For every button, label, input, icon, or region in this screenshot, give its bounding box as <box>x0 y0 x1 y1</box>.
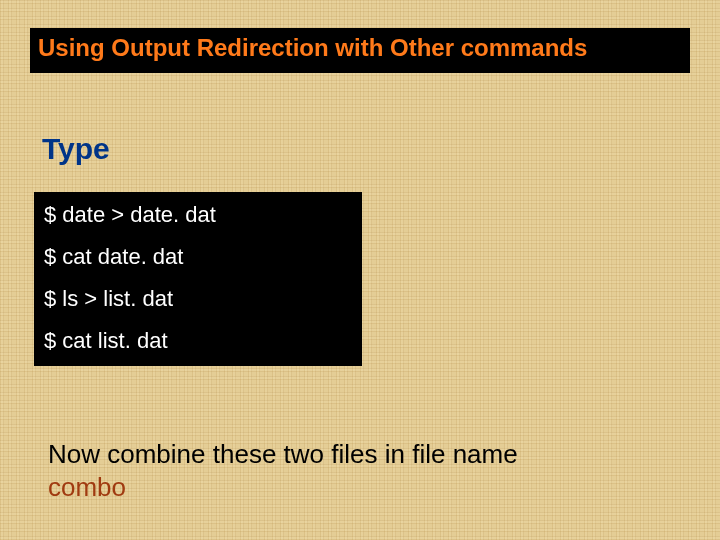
slide: Using Output Redirection with Other comm… <box>0 0 720 540</box>
instruction-text: Now combine these two files in file name… <box>48 438 678 503</box>
type-heading: Type <box>42 132 110 166</box>
command-line: $ ls > list. dat <box>44 288 352 310</box>
terminal-block: $ date > date. dat $ cat date. dat $ ls … <box>34 192 362 366</box>
instruction-lead: Now combine these two files in file name <box>48 439 518 469</box>
title-bar: Using Output Redirection with Other comm… <box>30 28 690 73</box>
command-line: $ cat date. dat <box>44 246 352 268</box>
instruction-tail: combo <box>48 472 126 502</box>
command-line: $ cat list. dat <box>44 330 352 352</box>
slide-title: Using Output Redirection with Other comm… <box>38 34 587 61</box>
command-line: $ date > date. dat <box>44 204 352 226</box>
